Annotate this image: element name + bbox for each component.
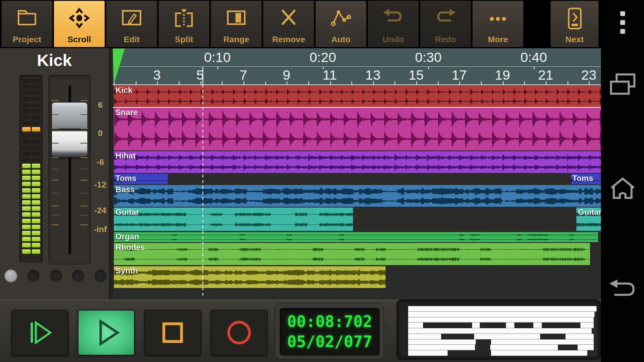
clip-label: Toms	[116, 174, 136, 183]
meter-segment	[32, 200, 40, 205]
fader-tick	[52, 180, 59, 181]
clip-guitar-2[interactable]: Guitar	[576, 208, 601, 231]
time-display: 00:08:702 05/02/077	[275, 303, 384, 360]
clip-bass[interactable]: Bass	[114, 185, 601, 207]
ruler-bar-label: 7	[239, 67, 247, 83]
clip-label: Bass	[116, 185, 135, 194]
pattern-row-black-segment	[448, 350, 491, 356]
selected-track-outline	[113, 84, 601, 85]
back-icon[interactable]	[601, 278, 644, 299]
ruler-time-label: 0:20	[310, 49, 336, 65]
toolbar-button-project[interactable]: Project	[2, 1, 52, 47]
pattern-rows	[408, 306, 597, 356]
edit-pencil-icon	[106, 7, 157, 28]
toolbar-button-redo[interactable]: Redo	[420, 1, 471, 47]
recents-icon[interactable]	[601, 73, 644, 96]
meter-segment	[22, 188, 31, 193]
fader-tick	[80, 128, 88, 129]
toolbar-button-next[interactable]: Next	[551, 1, 599, 47]
fader-tick	[52, 206, 59, 206]
toolbar-button-range[interactable]: Range	[211, 1, 262, 47]
toolbar-button-label: Edit	[124, 35, 140, 44]
toolbar-button-split[interactable]: Split	[159, 1, 209, 47]
meter-segment	[22, 115, 31, 119]
fader-tick	[80, 180, 88, 181]
toolbar-button-undo[interactable]: Undo	[368, 1, 419, 47]
meter-segment	[22, 103, 31, 107]
clip-snare[interactable]: Snare	[114, 108, 601, 150]
clip-synth[interactable]: Synth	[114, 266, 386, 288]
fader-knob[interactable]	[52, 102, 88, 157]
ruler-separator	[113, 66, 601, 67]
pattern-row	[408, 334, 597, 339]
play-icon	[91, 317, 122, 348]
pattern-row-white	[408, 317, 594, 323]
pattern-row	[408, 317, 597, 323]
meter-segment	[22, 176, 31, 180]
play-button[interactable]	[78, 310, 135, 356]
mixer-panel: Kick 60-6-12-24-inf	[0, 48, 109, 300]
ruler-bar-tick	[546, 81, 547, 84]
timeline-ruler[interactable]: 0:100:200:300:40357911131517192123	[113, 48, 601, 84]
pattern-row	[408, 306, 597, 312]
pattern-row	[408, 345, 597, 350]
pattern-row-black-segment	[558, 345, 578, 350]
clip-label: Hihat	[116, 151, 136, 160]
panel-screw	[71, 269, 85, 283]
panel-screw	[27, 269, 40, 283]
meter-segment	[22, 212, 31, 217]
clip-organ[interactable]: Organ	[114, 232, 598, 242]
clip-toms-2[interactable]: Toms	[571, 174, 601, 184]
ruler-bar-tick	[394, 81, 395, 84]
meter-segment	[32, 115, 40, 119]
clip-kick[interactable]: Kick	[114, 86, 601, 107]
fader-tick	[52, 215, 59, 216]
clip-label: Guitar	[116, 208, 139, 217]
toolbar-button-remove[interactable]: Remove	[263, 1, 314, 47]
transport-bar: 00:08:702 05/02/077	[0, 300, 601, 362]
menu-dots-icon[interactable]	[601, 10, 644, 36]
meter-segment	[32, 206, 40, 211]
toolbar-button-auto[interactable]: Auto	[316, 1, 366, 47]
clip-hihat[interactable]: Hihat	[114, 151, 601, 173]
toolbar-button-label: Redo	[435, 35, 456, 44]
pattern-row-black-segment	[542, 323, 580, 328]
meter-segment	[32, 219, 40, 223]
record-button[interactable]	[211, 310, 268, 356]
clip-label: Rhodes	[116, 243, 145, 252]
ruler-bar-tick	[503, 81, 504, 84]
pattern-row-black-segment	[476, 339, 491, 345]
ruler-bar-label: 13	[365, 67, 381, 83]
pattern-row-black-segment	[441, 334, 474, 339]
clip-toms[interactable]: Toms	[114, 174, 168, 184]
automation-icon	[316, 7, 366, 28]
toolbar-button-scroll[interactable]: Scroll	[54, 1, 105, 47]
meter-segment	[32, 225, 40, 229]
toolbar-button-edit[interactable]: Edit	[106, 1, 157, 47]
toolbar-button-more[interactable]: More	[473, 1, 523, 47]
ruler-time-tick	[428, 66, 429, 69]
fader-tick	[52, 157, 59, 158]
clip-guitar[interactable]: Guitar	[114, 208, 353, 231]
ruler-bar-label: 21	[538, 67, 553, 83]
clip-rhodes[interactable]: Rhodes	[114, 243, 590, 265]
playhead[interactable]	[202, 84, 203, 297]
home-icon[interactable]	[601, 175, 644, 200]
clip-label: Organ	[116, 232, 139, 241]
fader-tick	[52, 100, 59, 101]
fader-db-label: -24	[92, 206, 109, 215]
panel-indicator-knob[interactable]	[4, 269, 18, 283]
ruler-time-label: 0:30	[415, 49, 442, 65]
meter-segment	[22, 97, 31, 101]
fader-tick	[80, 224, 88, 225]
ruler-bar-tick	[524, 81, 525, 84]
meter-segment	[22, 243, 31, 247]
play-from-start-button[interactable]	[11, 310, 68, 356]
arrange-area[interactable]: 0:100:200:300:40357911131517192123KickSn…	[113, 48, 601, 300]
waveform-canvas	[114, 185, 601, 207]
ruler-bar-label: 3	[153, 67, 161, 83]
stop-button[interactable]	[144, 310, 201, 356]
fader-db-label: -6	[92, 157, 109, 167]
meter-segment	[32, 139, 40, 144]
meter-segment	[22, 231, 31, 235]
